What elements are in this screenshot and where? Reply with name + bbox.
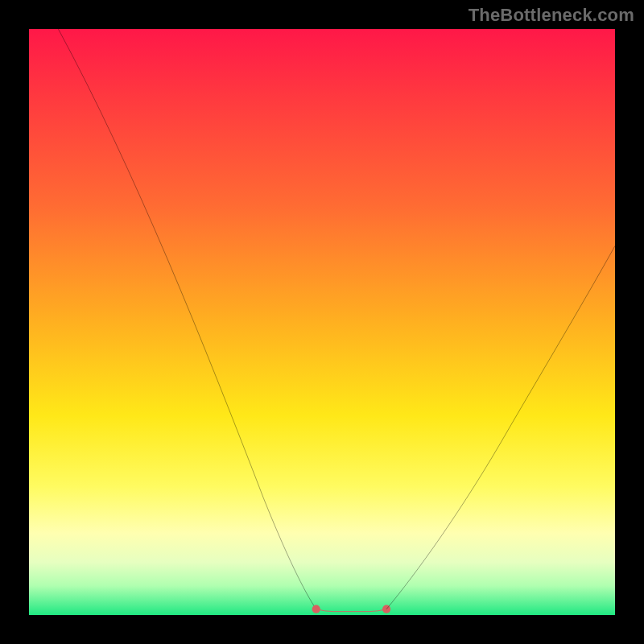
curve-right [386,246,615,609]
chart-plot-area [29,29,615,615]
bottom-dot-left [312,605,320,613]
chart-frame: TheBottleneck.com [0,0,644,644]
watermark-text: TheBottleneck.com [469,5,634,26]
chart-svg [29,29,615,615]
curve-bottom [316,609,386,612]
curve-left [58,29,316,609]
